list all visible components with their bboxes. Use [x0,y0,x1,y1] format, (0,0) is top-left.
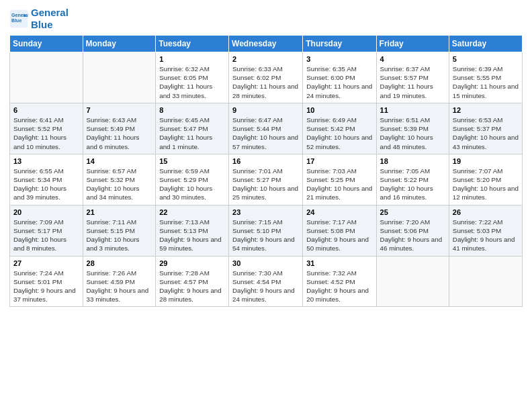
cell-day-number: 29 [159,259,225,267]
weekday-header-thursday: Thursday [303,36,376,52]
calendar-cell: 8Sunrise: 6:45 AM Sunset: 5:47 PM Daylig… [156,103,229,154]
page: General Blue GeneralBlue SundayMondayTue… [0,0,532,411]
cell-day-number: 5 [453,55,519,63]
cell-info: Sunrise: 7:32 AM Sunset: 4:52 PM Dayligh… [306,269,372,304]
cell-info: Sunrise: 7:11 AM Sunset: 5:15 PM Dayligh… [87,218,152,253]
calendar-cell: 17Sunrise: 7:03 AM Sunset: 5:25 PM Dayli… [303,154,376,205]
cell-info: Sunrise: 7:09 AM Sunset: 5:17 PM Dayligh… [13,218,79,253]
calendar-cell: 31Sunrise: 7:32 AM Sunset: 4:52 PM Dayli… [303,256,376,307]
calendar-cell: 20Sunrise: 7:09 AM Sunset: 5:17 PM Dayli… [10,205,83,256]
cell-info: Sunrise: 6:47 AM Sunset: 5:44 PM Dayligh… [232,116,299,151]
cell-day-number: 22 [159,208,225,216]
calendar-cell: 4Sunrise: 6:37 AM Sunset: 5:57 PM Daylig… [376,52,449,103]
cell-day-number: 4 [380,55,445,63]
calendar-cell: 12Sunrise: 6:53 AM Sunset: 5:37 PM Dayli… [449,103,522,154]
calendar-cell: 22Sunrise: 7:13 AM Sunset: 5:13 PM Dayli… [156,205,229,256]
cell-day-number: 11 [380,106,445,114]
calendar-cell: 21Sunrise: 7:11 AM Sunset: 5:15 PM Dayli… [83,205,156,256]
calendar-cell: 27Sunrise: 7:24 AM Sunset: 5:01 PM Dayli… [10,256,83,307]
cell-info: Sunrise: 6:57 AM Sunset: 5:32 PM Dayligh… [87,167,152,202]
cell-info: Sunrise: 7:13 AM Sunset: 5:13 PM Dayligh… [159,218,225,253]
calendar-cell: 5Sunrise: 6:39 AM Sunset: 5:55 PM Daylig… [449,52,522,103]
weekday-header-friday: Friday [376,36,449,52]
calendar-cell [83,52,156,103]
cell-day-number: 3 [306,55,372,63]
calendar-table: SundayMondayTuesdayWednesdayThursdayFrid… [9,35,523,307]
cell-info: Sunrise: 6:35 AM Sunset: 6:00 PM Dayligh… [306,64,372,100]
cell-day-number: 15 [159,157,225,165]
cell-day-number: 9 [232,106,299,114]
cell-day-number: 16 [232,157,299,165]
weekday-header-sunday: Sunday [10,36,83,52]
cell-info: Sunrise: 6:51 AM Sunset: 5:39 PM Dayligh… [380,116,445,151]
cell-info: Sunrise: 7:15 AM Sunset: 5:10 PM Dayligh… [232,218,299,253]
cell-info: Sunrise: 7:03 AM Sunset: 5:25 PM Dayligh… [306,167,372,202]
cell-day-number: 31 [306,259,372,267]
cell-info: Sunrise: 7:30 AM Sunset: 4:54 PM Dayligh… [232,269,299,304]
cell-day-number: 8 [159,106,225,114]
calendar-week-0: 1Sunrise: 6:32 AM Sunset: 6:05 PM Daylig… [10,52,523,103]
calendar-cell: 29Sunrise: 7:28 AM Sunset: 4:57 PM Dayli… [156,256,229,307]
weekday-row: SundayMondayTuesdayWednesdayThursdayFrid… [10,36,523,52]
header: General Blue GeneralBlue [9,7,523,31]
calendar-cell: 10Sunrise: 6:49 AM Sunset: 5:42 PM Dayli… [303,103,376,154]
cell-info: Sunrise: 6:53 AM Sunset: 5:37 PM Dayligh… [453,116,519,151]
cell-day-number: 26 [453,208,519,216]
cell-info: Sunrise: 7:26 AM Sunset: 4:59 PM Dayligh… [87,269,152,304]
calendar-cell: 19Sunrise: 7:07 AM Sunset: 5:20 PM Dayli… [449,154,522,205]
cell-info: Sunrise: 7:22 AM Sunset: 5:03 PM Dayligh… [453,218,519,253]
cell-day-number: 14 [87,157,152,165]
calendar-cell: 23Sunrise: 7:15 AM Sunset: 5:10 PM Dayli… [229,205,303,256]
calendar-cell: 13Sunrise: 6:55 AM Sunset: 5:34 PM Dayli… [10,154,83,205]
calendar-cell: 1Sunrise: 6:32 AM Sunset: 6:05 PM Daylig… [156,52,229,103]
calendar-cell: 25Sunrise: 7:20 AM Sunset: 5:06 PM Dayli… [376,205,449,256]
cell-info: Sunrise: 7:20 AM Sunset: 5:06 PM Dayligh… [380,218,445,253]
cell-info: Sunrise: 7:01 AM Sunset: 5:27 PM Dayligh… [232,167,299,202]
calendar-week-2: 13Sunrise: 6:55 AM Sunset: 5:34 PM Dayli… [10,154,523,205]
cell-day-number: 12 [453,106,519,114]
logo: General Blue GeneralBlue [9,7,69,31]
cell-day-number: 30 [232,259,299,267]
calendar-cell [376,256,449,307]
cell-info: Sunrise: 6:33 AM Sunset: 6:02 PM Dayligh… [232,64,299,100]
calendar-cell: 15Sunrise: 6:59 AM Sunset: 5:29 PM Dayli… [156,154,229,205]
cell-day-number: 19 [453,157,519,165]
calendar-cell: 26Sunrise: 7:22 AM Sunset: 5:03 PM Dayli… [449,205,522,256]
cell-day-number: 28 [87,259,152,267]
calendar-cell: 14Sunrise: 6:57 AM Sunset: 5:32 PM Dayli… [83,154,156,205]
calendar-cell: 2Sunrise: 6:33 AM Sunset: 6:02 PM Daylig… [229,52,303,103]
cell-day-number: 1 [159,55,225,63]
calendar-cell: 24Sunrise: 7:17 AM Sunset: 5:08 PM Dayli… [303,205,376,256]
calendar-cell [449,256,522,307]
cell-info: Sunrise: 6:59 AM Sunset: 5:29 PM Dayligh… [159,167,225,202]
calendar-week-4: 27Sunrise: 7:24 AM Sunset: 5:01 PM Dayli… [10,256,523,307]
weekday-header-monday: Monday [83,36,156,52]
cell-info: Sunrise: 6:32 AM Sunset: 6:05 PM Dayligh… [159,64,225,100]
cell-info: Sunrise: 6:37 AM Sunset: 5:57 PM Dayligh… [380,64,445,100]
cell-info: Sunrise: 6:55 AM Sunset: 5:34 PM Dayligh… [13,167,79,202]
calendar-cell: 7Sunrise: 6:43 AM Sunset: 5:49 PM Daylig… [83,103,156,154]
calendar-cell: 30Sunrise: 7:30 AM Sunset: 4:54 PM Dayli… [229,256,303,307]
cell-info: Sunrise: 7:28 AM Sunset: 4:57 PM Dayligh… [159,269,225,304]
cell-day-number: 20 [13,208,79,216]
cell-day-number: 25 [380,208,445,216]
calendar-header: SundayMondayTuesdayWednesdayThursdayFrid… [10,36,523,52]
cell-day-number: 7 [87,106,152,114]
cell-day-number: 23 [232,208,299,216]
cell-info: Sunrise: 6:39 AM Sunset: 5:55 PM Dayligh… [453,64,519,100]
cell-info: Sunrise: 6:49 AM Sunset: 5:42 PM Dayligh… [306,116,372,151]
calendar-cell: 18Sunrise: 7:05 AM Sunset: 5:22 PM Dayli… [376,154,449,205]
cell-day-number: 18 [380,157,445,165]
cell-day-number: 13 [13,157,79,165]
calendar-cell [10,52,83,103]
calendar-cell: 9Sunrise: 6:47 AM Sunset: 5:44 PM Daylig… [229,103,303,154]
cell-day-number: 10 [306,106,372,114]
cell-info: Sunrise: 6:45 AM Sunset: 5:47 PM Dayligh… [159,116,225,151]
weekday-header-wednesday: Wednesday [229,36,303,52]
weekday-header-tuesday: Tuesday [156,36,229,52]
cell-info: Sunrise: 7:07 AM Sunset: 5:20 PM Dayligh… [453,167,519,202]
logo-text: GeneralBlue [31,7,69,31]
cell-day-number: 21 [87,208,152,216]
cell-info: Sunrise: 6:41 AM Sunset: 5:52 PM Dayligh… [13,116,79,151]
calendar-body: 1Sunrise: 6:32 AM Sunset: 6:05 PM Daylig… [10,52,523,307]
